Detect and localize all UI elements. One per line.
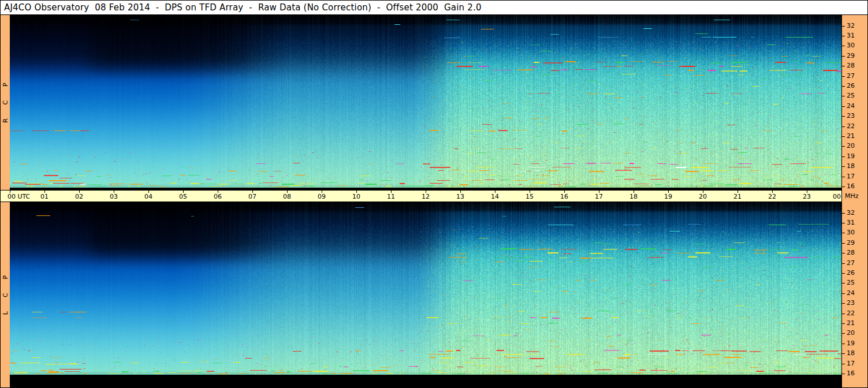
freq-tick	[842, 344, 845, 344]
time-tick	[599, 191, 599, 193]
freq-tick	[842, 186, 845, 187]
freq-label: 27	[847, 259, 855, 267]
lcp-label: LCP	[2, 261, 9, 328]
time-label-start: 00 UTC	[8, 193, 30, 200]
freq-tick	[842, 156, 845, 157]
time-tick	[356, 191, 357, 193]
time-tick	[114, 191, 114, 193]
polarization-strip-lcp: LCP	[1, 202, 10, 387]
time-label-hour: 20	[696, 193, 710, 200]
freq-tick	[842, 364, 845, 364]
freq-label: 25	[847, 279, 855, 286]
freq-label: 17	[847, 360, 855, 367]
time-tick	[322, 191, 322, 193]
freq-tick	[842, 273, 845, 274]
time-tick	[148, 191, 149, 193]
freq-tick	[842, 136, 845, 137]
freq-label: 28	[847, 62, 855, 69]
time-tick	[391, 191, 392, 193]
time-tick	[252, 191, 253, 193]
freq-tick	[842, 26, 845, 27]
freq-label: 16	[847, 370, 855, 377]
time-axis: 00 UTC0102030405060708091011121314151617…	[1, 190, 841, 202]
freq-tick	[842, 36, 845, 36]
freq-label: 22	[847, 309, 855, 317]
freq-tick	[842, 314, 845, 314]
time-label-hour: 22	[765, 193, 779, 200]
time-tick	[287, 191, 288, 193]
freq-label: 28	[847, 249, 855, 256]
freq-label: 30	[847, 42, 855, 49]
freq-label: 18	[847, 162, 855, 170]
time-label-hour: 14	[488, 193, 502, 200]
time-label-hour: 15	[523, 193, 537, 200]
freq-tick	[842, 46, 845, 46]
time-label-hour: 11	[384, 193, 398, 200]
freq-label: 19	[847, 152, 855, 160]
time-label-hour: 08	[280, 193, 294, 200]
time-tick	[668, 191, 669, 193]
frequency-axis: 3231302928272625242322212019181716323130…	[841, 15, 867, 387]
freq-tick	[842, 374, 845, 374]
polarization-strip-rcp: RCP	[1, 15, 10, 190]
time-label-hour: 18	[627, 193, 640, 200]
freq-label: 24	[847, 102, 855, 110]
time-tick	[772, 191, 773, 193]
spectrogram-lcp	[10, 202, 841, 387]
freq-label: 19	[847, 339, 855, 347]
freq-unit-label: MHz	[845, 192, 859, 200]
freq-label: 22	[847, 122, 855, 130]
freq-tick	[842, 243, 845, 244]
freq-tick	[842, 96, 845, 96]
spectrogram-rcp	[10, 15, 841, 190]
freq-tick	[842, 303, 845, 304]
freq-label: 18	[847, 349, 855, 357]
freq-tick	[842, 56, 845, 57]
freq-tick	[842, 86, 845, 87]
spectrograph-window: AJ4CO Observatory 08 Feb 2014 - DPS on T…	[0, 0, 868, 388]
freq-tick	[842, 126, 845, 127]
time-tick	[218, 191, 218, 193]
time-label-hour: 16	[557, 193, 571, 200]
time-tick	[737, 191, 738, 193]
freq-tick	[842, 223, 845, 223]
time-label-hour: 09	[315, 193, 329, 200]
time-label-end: 00	[832, 193, 841, 200]
freq-label: 29	[847, 52, 855, 59]
freq-tick	[842, 106, 845, 107]
freq-tick	[842, 213, 845, 214]
freq-label: 20	[847, 142, 855, 150]
freq-label: 32	[847, 209, 855, 217]
freq-tick	[842, 233, 845, 233]
freq-tick	[842, 323, 845, 324]
time-label-hour: 17	[592, 193, 606, 200]
time-tick	[703, 191, 703, 193]
freq-label: 16	[847, 182, 855, 190]
time-tick	[183, 191, 184, 193]
freq-label: 29	[847, 239, 855, 247]
freq-label: 20	[847, 329, 855, 337]
freq-tick	[842, 66, 845, 66]
time-label-hour: 06	[211, 193, 225, 200]
freq-tick	[842, 166, 845, 167]
time-tick	[10, 191, 10, 193]
time-label-hour: 05	[176, 193, 190, 200]
freq-label: 31	[847, 219, 855, 226]
freq-label: 25	[847, 92, 855, 99]
time-tick	[426, 191, 426, 193]
freq-tick	[842, 333, 845, 334]
time-label-hour: 23	[800, 193, 814, 200]
time-tick	[564, 191, 565, 193]
title-text: AJ4CO Observatory 08 Feb 2014 - DPS on T…	[4, 2, 482, 13]
freq-tick	[842, 283, 845, 283]
time-tick	[44, 191, 45, 193]
time-label-hour: 19	[661, 193, 675, 200]
freq-label: 24	[847, 289, 855, 297]
title-bar: AJ4CO Observatory 08 Feb 2014 - DPS on T…	[1, 1, 867, 15]
freq-label: 23	[847, 299, 855, 307]
freq-tick	[842, 116, 845, 117]
freq-tick	[842, 146, 845, 147]
freq-label: 26	[847, 269, 855, 277]
freq-tick	[842, 293, 845, 294]
freq-tick	[842, 177, 845, 177]
